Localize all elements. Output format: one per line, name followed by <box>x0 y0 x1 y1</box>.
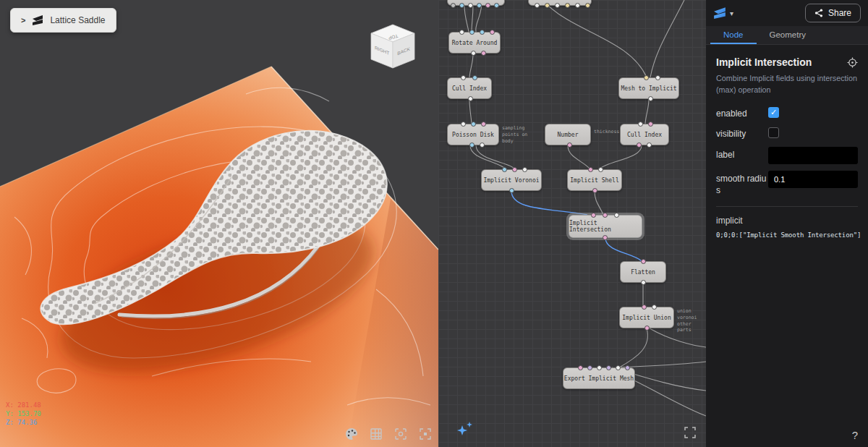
visibility-checkbox[interactable] <box>768 127 779 138</box>
node-rotate-around[interactable]: Rotate Around <box>448 32 501 54</box>
port[interactable] <box>512 167 517 172</box>
port[interactable] <box>606 365 611 370</box>
viewport-3d[interactable]: TOP RIGHT BACK > Lattice Saddle X: 281.4… <box>0 0 438 447</box>
port[interactable] <box>535 3 540 8</box>
grid-icon[interactable] <box>369 427 383 441</box>
port[interactable] <box>509 188 514 193</box>
node-annotation: union voronoi other parts <box>677 308 706 333</box>
node-label: Flatten <box>631 269 655 276</box>
port[interactable] <box>545 3 550 8</box>
port[interactable] <box>522 167 527 172</box>
node-cull-index-2[interactable]: Cull Index <box>620 124 669 145</box>
port[interactable] <box>502 167 507 172</box>
port[interactable] <box>490 30 495 35</box>
port[interactable] <box>575 3 580 8</box>
port[interactable] <box>565 3 570 8</box>
field-label: label <box>716 147 858 164</box>
port[interactable] <box>459 3 464 8</box>
port[interactable] <box>603 235 608 240</box>
node-export-implicit-mesh[interactable]: Export Implicit Mesh <box>563 367 635 389</box>
port[interactable] <box>641 280 646 285</box>
port[interactable] <box>597 365 602 370</box>
node-implicit-shell[interactable]: Implicit Shell <box>567 169 622 191</box>
node-implicit-intersection[interactable]: Implicit Intersection <box>569 215 642 238</box>
palette-icon[interactable] <box>344 427 359 441</box>
port[interactable] <box>585 3 590 8</box>
tab-node[interactable]: Node <box>710 26 757 44</box>
frame-selection-icon[interactable] <box>418 427 433 441</box>
port[interactable] <box>472 75 477 80</box>
port[interactable] <box>471 51 476 56</box>
node-cull-index-1[interactable]: Cull Index <box>447 77 492 99</box>
divider <box>716 206 858 207</box>
port[interactable] <box>471 122 476 127</box>
port[interactable] <box>451 3 456 8</box>
node-implicit-voronoi[interactable]: Implicit Voronoi <box>481 169 542 191</box>
port[interactable] <box>637 142 642 148</box>
port[interactable] <box>481 51 486 56</box>
port[interactable] <box>555 3 560 8</box>
focus-target-icon[interactable] <box>847 57 858 68</box>
tab-geometry[interactable]: Geometry <box>757 26 820 44</box>
node-flatten[interactable]: Flatten <box>620 261 666 283</box>
fullscreen-icon[interactable] <box>684 427 696 438</box>
node-label: Implicit Intersection <box>569 220 642 233</box>
port[interactable] <box>477 3 482 8</box>
visibility-label: visibility <box>716 126 768 140</box>
smooth-radius-input[interactable] <box>768 171 858 188</box>
port[interactable] <box>468 96 473 101</box>
port[interactable] <box>655 75 660 80</box>
port[interactable] <box>485 3 490 8</box>
port[interactable] <box>591 213 596 218</box>
port[interactable] <box>480 30 485 35</box>
chevron-down-icon[interactable]: ▾ <box>730 9 733 17</box>
expand-sidebar-icon[interactable]: > <box>21 16 25 25</box>
node-mesh-to-implicit[interactable]: Mesh to Implicit <box>618 77 679 99</box>
help-button[interactable]: ? <box>852 429 858 441</box>
node-editor-canvas[interactable]: Rotate Around Cull Index Mesh to Implici… <box>438 0 706 447</box>
port[interactable] <box>469 142 475 148</box>
port[interactable] <box>641 259 646 264</box>
node-implicit-union[interactable]: Implicit Union <box>619 307 674 328</box>
port[interactable] <box>603 213 608 218</box>
port[interactable] <box>469 30 475 35</box>
port[interactable] <box>494 3 499 8</box>
port[interactable] <box>587 365 592 370</box>
port[interactable] <box>616 365 621 370</box>
scene-canvas: TOP RIGHT BACK <box>0 0 438 447</box>
port[interactable] <box>648 122 653 127</box>
scene-title-bar[interactable]: > Lattice Saddle <box>10 8 116 33</box>
port[interactable] <box>598 167 603 172</box>
port[interactable] <box>647 142 652 148</box>
port[interactable] <box>642 305 647 310</box>
port[interactable] <box>638 122 643 127</box>
port[interactable] <box>652 305 657 310</box>
label-input[interactable] <box>768 147 858 164</box>
port[interactable] <box>481 122 486 127</box>
port[interactable] <box>648 96 653 101</box>
port[interactable] <box>468 3 473 8</box>
snap-box-icon[interactable] <box>393 427 408 441</box>
port[interactable] <box>461 75 466 80</box>
node-label: Mesh to Implicit <box>621 85 676 92</box>
ai-sparkle-icon[interactable] <box>454 421 476 438</box>
app-menu[interactable]: ▾ <box>713 7 733 20</box>
port[interactable] <box>588 167 593 172</box>
enabled-checkbox[interactable]: ✓ <box>768 107 779 118</box>
port[interactable] <box>614 213 619 218</box>
node-number[interactable]: Number <box>545 124 591 145</box>
port[interactable] <box>644 75 649 80</box>
port[interactable] <box>567 142 572 148</box>
port[interactable] <box>592 188 597 193</box>
node-poisson-disk[interactable]: Poisson Disk <box>447 124 499 145</box>
port[interactable] <box>625 365 630 370</box>
view-cube[interactable]: TOP RIGHT BACK <box>371 25 414 68</box>
port[interactable] <box>480 142 485 148</box>
share-button[interactable]: Share <box>805 4 861 22</box>
port[interactable] <box>459 30 464 35</box>
port[interactable] <box>578 365 583 370</box>
node-stub[interactable] <box>447 0 505 6</box>
port[interactable] <box>644 325 650 331</box>
node-stub[interactable] <box>528 0 592 6</box>
port[interactable] <box>461 122 466 127</box>
